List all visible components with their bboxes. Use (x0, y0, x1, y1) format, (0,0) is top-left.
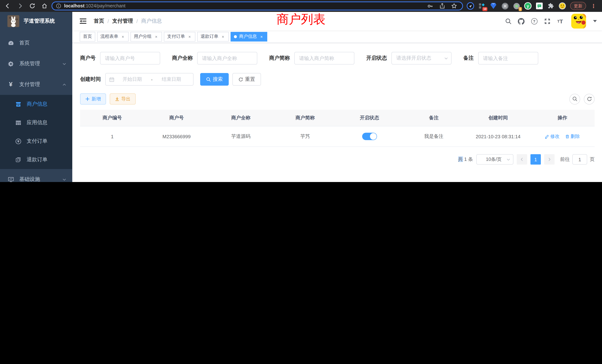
tab-user-group[interactable]: 用户分组× (130, 32, 162, 41)
merchant-short-input[interactable] (294, 52, 354, 64)
edit-button[interactable]: 修改 (545, 133, 559, 139)
navbar: 首页 / 支付管理 / 商户信息 ? (72, 12, 602, 30)
caret-down-icon[interactable] (593, 20, 597, 22)
sidebar-item-refund-order[interactable]: 退款订单 (0, 150, 72, 169)
browser-back-icon[interactable] (4, 3, 11, 9)
sidebar-item-infra[interactable]: 基础设施 (0, 169, 72, 182)
remark-input[interactable] (478, 52, 538, 64)
search-icon (572, 96, 577, 102)
close-icon[interactable]: × (259, 34, 264, 39)
url-text: localhost:1024/pay/merchant (64, 3, 427, 9)
toggle-search-button[interactable] (569, 94, 580, 104)
merchant-name-input[interactable] (197, 52, 257, 64)
prev-page-button[interactable] (517, 154, 527, 165)
delete-button[interactable]: 删除 (565, 133, 580, 139)
edit-icon (545, 134, 549, 139)
page-size-select[interactable]: 10条/页 (476, 154, 513, 165)
add-button[interactable]: 新增 (80, 93, 106, 105)
navbar-actions: ? TT (505, 14, 597, 29)
sidebar-item-home[interactable]: 首页 (0, 33, 72, 53)
bookmark-star-icon[interactable] (451, 3, 457, 9)
browser-home-icon[interactable] (41, 3, 48, 9)
sidebar-item-label: 退款订单 (27, 156, 47, 163)
close-icon[interactable]: × (187, 34, 192, 39)
extension-emoji-icon[interactable] (559, 2, 566, 10)
browser-toolbar: localhost:1024/pay/merchant 10 (0, 0, 602, 12)
status-select[interactable]: 请选择开启状态 (391, 52, 452, 64)
close-icon[interactable]: × (120, 34, 125, 39)
sidebar-item-system[interactable]: 系统管理 (0, 53, 72, 74)
browser-forward-icon[interactable] (17, 3, 23, 9)
address-bar[interactable]: localhost:1024/pay/merchant (52, 1, 463, 10)
calendar-icon (109, 77, 114, 82)
col-merchant-short: 商户简称 (273, 110, 337, 126)
tab-merchant-info[interactable]: 商户信息× (231, 32, 267, 41)
sidebar-item-label: 首页 (19, 40, 66, 46)
search-button[interactable]: 搜索 (200, 73, 229, 86)
cell-merchant-id: 1 (80, 126, 144, 147)
sidebar-item-label: 基础设施 (19, 176, 62, 182)
github-icon[interactable] (518, 18, 525, 24)
site-info-icon[interactable] (56, 3, 61, 9)
filter-label: 创建时间 (80, 76, 101, 83)
extension-gem-icon[interactable] (490, 2, 497, 10)
col-merchant-no: 商户号 (144, 110, 209, 126)
status-toggle[interactable] (362, 133, 377, 140)
pagination: 共 1 条 10条/页 1 前往 页 (80, 154, 595, 165)
goto-page-input[interactable] (572, 154, 587, 165)
merchant-no-input[interactable] (100, 52, 160, 64)
cell-merchant-short: 芋艿 (273, 126, 337, 147)
extension-yuque-icon[interactable]: y (524, 2, 532, 10)
tab-refund-order[interactable]: 退款订单× (197, 32, 229, 41)
table-row: 1 M233666999 芋道源码 芋艿 我是备注 2021-10-23 08:… (80, 126, 595, 147)
annotation-merchant-list: 商户列表 (277, 13, 325, 26)
tags-view: 首页 流程表单× 用户分组× 支付订单× 退款订单× 商户信息× (72, 30, 602, 43)
export-button[interactable]: 导出 (110, 93, 136, 105)
next-page-button[interactable] (544, 154, 555, 165)
extension-send-icon[interactable] (467, 2, 474, 10)
extension-camera-icon[interactable]: 1 (513, 2, 520, 10)
page-number-1[interactable]: 1 (530, 154, 541, 165)
header-search-icon[interactable] (505, 18, 512, 24)
browser-menu-icon[interactable]: ⋮ (591, 3, 596, 9)
start-date-placeholder: 开始日期 (114, 76, 150, 83)
range-separator: - (150, 76, 153, 82)
extension-command-icon[interactable]: ⌘ (501, 2, 509, 10)
breadcrumb-pay[interactable]: 支付管理 (112, 18, 133, 24)
password-key-icon[interactable] (427, 3, 433, 9)
gear-icon (7, 60, 14, 67)
sidebar-item-pay[interactable]: ¥ 支付管理 (0, 74, 72, 95)
avatar[interactable] (571, 14, 586, 29)
font-size-icon[interactable]: TT (557, 18, 563, 24)
browser-reload-icon[interactable] (29, 3, 36, 9)
breadcrumb-current: 商户信息 (141, 18, 162, 24)
extension-tabs-icon[interactable]: 10 (478, 2, 486, 10)
extension-badge: 10 (482, 7, 487, 11)
refresh-button[interactable] (584, 94, 595, 104)
extension-puzzle-icon[interactable] (547, 2, 555, 10)
cell-create-time: 2021-10-23 08:31:14 (466, 126, 530, 147)
browser-update-button[interactable]: 更新 (570, 2, 586, 10)
tab-process-form[interactable]: 流程表单× (97, 32, 129, 41)
fullscreen-icon[interactable] (544, 18, 550, 24)
sidebar-item-app-info[interactable]: 应用信息 (0, 113, 72, 132)
sidebar-item-merchant-info[interactable]: 商户信息 (0, 95, 72, 113)
tab-pay-order[interactable]: 支付订单× (164, 32, 195, 41)
create-time-range-picker[interactable]: 开始日期 - 结束日期 (105, 73, 194, 86)
extension-chat-icon[interactable] (536, 2, 543, 10)
sidebar-item-pay-order[interactable]: ¥ 支付订单 (0, 132, 72, 150)
share-icon[interactable] (439, 3, 445, 9)
sidebar-toggle-icon[interactable] (77, 18, 89, 24)
app-logo[interactable]: 芋道管理系统 (0, 12, 72, 30)
reset-button[interactable]: 重置 (232, 73, 261, 86)
filter-label: 商户简称 (269, 55, 290, 62)
close-icon[interactable]: × (221, 34, 225, 39)
sidebar: 芋道管理系统 首页 系统管理 (0, 12, 72, 182)
sidebar-menu: 首页 系统管理 ¥ 支付管理 (0, 33, 72, 182)
breadcrumb-home[interactable]: 首页 (94, 18, 104, 24)
tab-home[interactable]: 首页 (80, 32, 95, 41)
help-icon[interactable]: ? (531, 18, 538, 24)
col-merchant-name: 商户全称 (209, 110, 273, 126)
close-icon[interactable]: × (154, 34, 159, 39)
chevron-down-icon (62, 177, 66, 182)
